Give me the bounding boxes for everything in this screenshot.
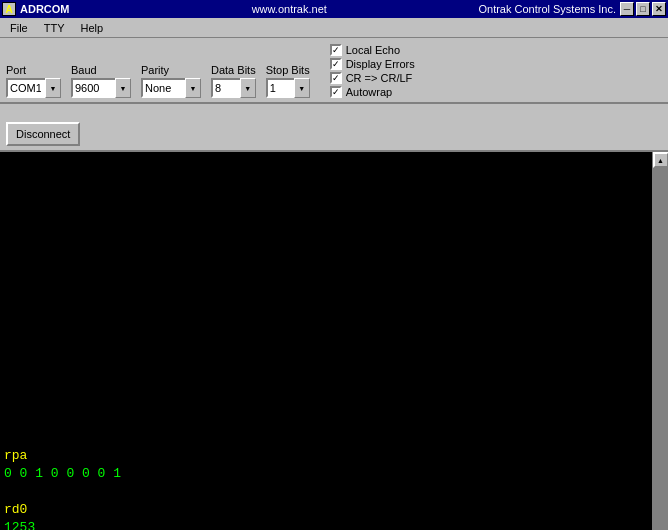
baud-group: Baud 1200 2400 4800 9600 19200 38400 115… [71,64,131,98]
app-name: ADRCOM [20,3,100,15]
checkbox-local-echo: ✓ Local Echo [330,44,415,56]
app-icon: A [2,2,16,16]
checkboxes-area: ✓ Local Echo ✓ Display Errors ✓ CR => CR… [330,44,415,98]
disconnect-button[interactable]: Disconnect [6,122,80,146]
port-label: Port [6,64,61,76]
menu-tty[interactable]: TTY [38,20,71,36]
title-bar: A ADRCOM www.ontrak.net Ontrak Control S… [0,0,668,18]
databits-select[interactable]: 7 8 [211,78,255,98]
scrollbar-vertical: ▲ ▼ [652,152,668,530]
autowrap-checkbox[interactable]: ✓ [330,86,342,98]
databits-label: Data Bits [211,64,256,76]
term-line-rpa-val: 0 0 1 0 0 0 0 1 [4,465,121,483]
terminal[interactable]: rpa 0 0 1 0 0 0 0 1 rd0 1253 rd1 0844 [0,152,652,530]
stopbits-group: Stop Bits 1 2 ▼ [266,64,310,98]
term-line-rpa: rpa [4,447,121,465]
databits-select-wrapper: 7 8 ▼ [211,78,256,98]
display-errors-label: Display Errors [346,58,415,70]
stopbits-label: Stop Bits [266,64,310,76]
minimize-button[interactable]: ─ [620,2,634,16]
scroll-track[interactable] [653,168,668,530]
term-line-rd0-val: 1253 [4,519,121,530]
autowrap-label: Autowrap [346,86,392,98]
port-select[interactable]: COM1 COM2 COM3 COM4 [6,78,61,98]
maximize-button[interactable]: □ [636,2,650,16]
menu-help[interactable]: Help [75,20,110,36]
cr-crlf-label: CR => CR/LF [346,72,413,84]
parity-group: Parity None Even Odd ▼ [141,64,201,98]
baud-select[interactable]: 1200 2400 4800 9600 19200 38400 115200 [71,78,131,98]
parity-select-wrapper: None Even Odd ▼ [141,78,201,98]
controls-area: Port COM1 COM2 COM3 COM4 ▼ Baud 1200 240… [0,38,668,104]
button-row: Disconnect [0,104,668,152]
local-echo-checkbox[interactable]: ✓ [330,44,342,56]
company-name: Ontrak Control Systems Inc. [478,3,616,15]
checkbox-autowrap: ✓ Autowrap [330,86,415,98]
checkbox-display-errors: ✓ Display Errors [330,58,415,70]
parity-select[interactable]: None Even Odd [141,78,201,98]
baud-select-wrapper: 1200 2400 4800 9600 19200 38400 115200 ▼ [71,78,131,98]
scroll-up-button[interactable]: ▲ [653,152,669,168]
port-group: Port COM1 COM2 COM3 COM4 ▼ [6,64,61,98]
display-errors-checkbox[interactable]: ✓ [330,58,342,70]
databits-group: Data Bits 7 8 ▼ [211,64,256,98]
term-line-rd0: rd0 [4,501,121,519]
stopbits-select-wrapper: 1 2 ▼ [266,78,310,98]
local-echo-label: Local Echo [346,44,400,56]
menu-file[interactable]: File [4,20,34,36]
parity-label: Parity [141,64,201,76]
baud-label: Baud [71,64,131,76]
terminal-wrapper: rpa 0 0 1 0 0 0 0 1 rd0 1253 rd1 0844 ▲ … [0,152,668,530]
stopbits-select[interactable]: 1 2 [266,78,310,98]
terminal-content: rpa 0 0 1 0 0 0 0 1 rd0 1253 rd1 0844 [4,447,121,531]
window-controls: ─ □ ✕ [620,2,666,16]
close-button[interactable]: ✕ [652,2,666,16]
term-line-empty1 [4,483,121,501]
port-select-wrapper: COM1 COM2 COM3 COM4 ▼ [6,78,61,98]
checkbox-cr-crlf: ✓ CR => CR/LF [330,72,415,84]
title-center: www.ontrak.net [100,3,478,15]
menu-bar: File TTY Help [0,18,668,38]
cr-crlf-checkbox[interactable]: ✓ [330,72,342,84]
